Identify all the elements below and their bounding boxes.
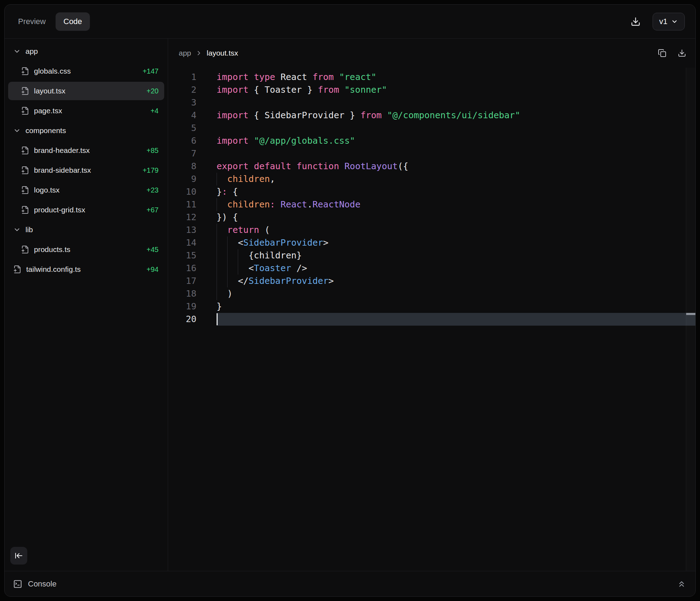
indent-guide (238, 249, 238, 262)
diff-added-count: +94 (147, 265, 159, 274)
code-line-11[interactable]: 11 children: React.ReactNode (168, 198, 695, 211)
indent-guide (227, 249, 228, 262)
file-label: page.tsx (34, 107, 62, 115)
line-content: import { SidebarProvider } from "@/compo… (217, 109, 695, 122)
tree-item-product-grid-tsx[interactable]: product-grid.tsx+67 (8, 201, 164, 219)
code-line-12[interactable]: 12}) { (168, 211, 695, 224)
tree-item-app[interactable]: app (8, 42, 164, 61)
line-number: 16 (168, 262, 196, 275)
line-number: 10 (168, 185, 196, 198)
line-number: 8 (168, 160, 196, 173)
code-line-18[interactable]: 18 ) (168, 287, 695, 300)
tree-item-brand-header-tsx[interactable]: brand-header.tsx+85 (8, 141, 164, 160)
collapse-sidebar-button[interactable] (10, 547, 27, 565)
indent-guide (227, 236, 228, 249)
chevron-right-icon (195, 50, 202, 57)
terminal-icon (13, 579, 22, 589)
tree-item-logo-tsx[interactable]: logo.tsx+23 (8, 181, 164, 199)
diff-added-count: +23 (147, 186, 159, 194)
tree-item-components[interactable]: components (8, 121, 164, 140)
chevrons-up-icon (677, 579, 686, 589)
code-panel: app layout.tsx 1import type React (168, 39, 695, 571)
file-plus-icon (21, 146, 29, 155)
chevron-down-icon (671, 18, 678, 25)
code-line-14[interactable]: 14 <SidebarProvider> (168, 236, 695, 249)
file-plus-icon (21, 206, 29, 214)
scrollbar-cursor-marker (686, 313, 695, 315)
code-line-1[interactable]: 1import type React from "react" (168, 71, 695, 84)
code-line-10[interactable]: 10}: { (168, 185, 695, 198)
diff-added-count: +85 (147, 147, 159, 155)
tree-item-layout-tsx[interactable]: layout.tsx+20 (8, 82, 164, 100)
panel-collapse-left-icon (15, 551, 23, 560)
line-number: 20 (168, 313, 196, 326)
tree-item-tailwind-config-ts[interactable]: tailwind.config.ts+94 (8, 260, 164, 279)
version-dropdown[interactable]: v1 (653, 13, 685, 30)
indent-guide (217, 287, 217, 300)
diff-added-count: +4 (150, 107, 159, 115)
line-content: <Toaster /> (217, 262, 695, 275)
line-number: 5 (168, 122, 196, 134)
copy-code-button[interactable] (658, 49, 666, 57)
line-number: 11 (168, 198, 196, 211)
diff-added-count: +20 (147, 87, 159, 95)
file-label: globals.css (34, 67, 71, 75)
tab-code[interactable]: Code (56, 12, 90, 31)
tree-item-brand-sidebar-tsx[interactable]: brand-sidebar.tsx+179 (8, 161, 164, 179)
tree-item-page-tsx[interactable]: page.tsx+4 (8, 102, 164, 120)
code-line-16[interactable]: 16 <Toaster /> (168, 262, 695, 275)
download-file-button[interactable] (678, 49, 686, 57)
code-line-4[interactable]: 4import { SidebarProvider } from "@/comp… (168, 109, 695, 122)
indent-guide (217, 173, 217, 185)
file-tree-sidebar: appglobals.css+147layout.tsx+20page.tsx+… (5, 39, 168, 571)
top-toolbar: Preview Code v1 (5, 5, 695, 39)
tree-item-lib[interactable]: lib (8, 221, 164, 239)
download-project-button[interactable] (631, 17, 641, 27)
file-label: brand-sidebar.tsx (34, 166, 91, 174)
code-line-17[interactable]: 17 </SidebarProvider> (168, 275, 695, 287)
line-content: ) (217, 287, 695, 300)
code-line-6[interactable]: 6import "@/app/globals.css" (168, 134, 695, 147)
code-line-15[interactable]: 15 {children} (168, 249, 695, 262)
diff-added-count: +45 (147, 246, 159, 254)
code-editor[interactable]: 1import type React from "react"2import {… (168, 68, 695, 326)
code-line-20[interactable]: 20 (168, 313, 695, 326)
file-label: tailwind.config.ts (26, 265, 81, 274)
file-tree: appglobals.css+147layout.tsx+20page.tsx+… (5, 42, 168, 279)
code-line-3[interactable]: 3 (168, 96, 695, 109)
line-number: 14 (168, 236, 196, 249)
editor-scrollbar[interactable] (686, 68, 695, 571)
tree-item-globals-css[interactable]: globals.css+147 (8, 62, 164, 80)
tree-item-products-ts[interactable]: products.ts+45 (8, 240, 164, 259)
code-line-8[interactable]: 8export default function RootLayout({ (168, 160, 695, 173)
code-line-5[interactable]: 5 (168, 122, 695, 134)
expand-console-button[interactable] (677, 579, 686, 589)
chevron-down-icon (13, 127, 21, 134)
file-plus-icon (21, 245, 29, 254)
line-number: 7 (168, 147, 196, 160)
file-label: brand-header.tsx (34, 146, 90, 155)
indent-guide (217, 262, 217, 275)
file-label: product-grid.tsx (34, 206, 85, 214)
tab-preview[interactable]: Preview (18, 17, 46, 26)
code-line-7[interactable]: 7 (168, 147, 695, 160)
diff-added-count: +179 (143, 166, 159, 174)
console-bar[interactable]: Console (5, 571, 695, 596)
line-content: children: React.ReactNode (217, 198, 695, 211)
code-line-9[interactable]: 9 children, (168, 173, 695, 185)
download-icon (631, 17, 641, 27)
copy-icon (658, 49, 666, 57)
line-content: export default function RootLayout({ (217, 160, 695, 173)
line-content (217, 147, 695, 160)
diff-added-count: +147 (143, 67, 159, 75)
line-content (217, 122, 695, 134)
breadcrumb-folder: app (179, 49, 191, 57)
line-content: }: { (217, 185, 695, 198)
file-label: products.ts (34, 245, 70, 254)
code-line-2[interactable]: 2import { Toaster } from "sonner" (168, 84, 695, 96)
line-number: 4 (168, 109, 196, 122)
version-label: v1 (659, 17, 667, 26)
line-content: </SidebarProvider> (217, 275, 695, 287)
code-line-13[interactable]: 13 return ( (168, 224, 695, 236)
code-line-19[interactable]: 19} (168, 300, 695, 313)
